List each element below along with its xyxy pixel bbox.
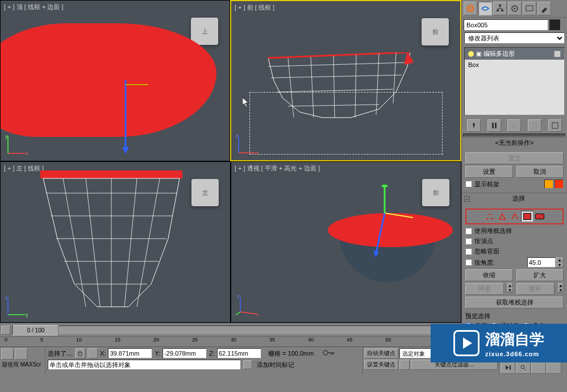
- move-gizmo-persp[interactable]: [373, 185, 419, 281]
- lock-selection-icon[interactable]: [75, 348, 85, 358]
- ring-spinner-up[interactable]: ▲: [507, 283, 513, 287]
- mesh-front-wire[interactable]: [265, 52, 413, 120]
- cancel-button[interactable]: 取消: [516, 166, 564, 178]
- ring-spinner-down[interactable]: ▼: [507, 287, 513, 292]
- get-stack-sel-button[interactable]: 获取堆栈选择: [465, 297, 564, 308]
- show-end-result-button[interactable]: [487, 119, 501, 132]
- prompt-field[interactable]: [48, 360, 241, 370]
- modifier-subobj-icon[interactable]: [554, 51, 561, 57]
- zoom-icon[interactable]: [516, 361, 531, 374]
- lightbulb-icon[interactable]: [468, 51, 474, 57]
- time-slider[interactable]: 0 / 100: [12, 326, 449, 335]
- object-color-swatch[interactable]: [549, 19, 561, 31]
- cursor-icon: [243, 98, 249, 107]
- svg-line-25: [236, 312, 240, 316]
- svg-text:y: y: [26, 312, 28, 318]
- viewport-top-canvas[interactable]: [1, 1, 230, 161]
- vertex-level-icon[interactable]: [483, 211, 496, 222]
- mesh-left-wire[interactable]: [40, 170, 182, 312]
- utilities-tab-icon[interactable]: [537, 2, 551, 15]
- loop-button[interactable]: 循环: [516, 283, 555, 295]
- display-tab-icon[interactable]: [523, 2, 536, 15]
- viewport-front-canvas[interactable]: [231, 1, 460, 160]
- svg-text:z: z: [237, 295, 240, 299]
- viewport-top[interactable]: [ + ] 顶 [ 线框 + 边面 ] 上 x y: [0, 0, 230, 161]
- svg-rect-40: [526, 6, 533, 11]
- polygon-level-icon[interactable]: [521, 211, 533, 222]
- x-coord-field[interactable]: [108, 348, 152, 358]
- viewport-left[interactable]: [ + ] 左 [ 线框 ] 左 y z: [0, 161, 231, 323]
- by-angle-field[interactable]: [527, 257, 556, 268]
- modifier-box[interactable]: Box: [465, 60, 564, 70]
- maxscript-mini-button[interactable]: [1, 348, 14, 360]
- border-level-icon[interactable]: [508, 211, 521, 222]
- use-stack-sel-checkbox[interactable]: [465, 228, 472, 235]
- show-cage-checkbox[interactable]: [465, 181, 472, 187]
- remove-modifier-button[interactable]: [528, 119, 541, 132]
- isolate-button[interactable]: [87, 348, 98, 358]
- setkey-button[interactable]: 设置关键点: [364, 360, 398, 370]
- viewport-front[interactable]: [ + ] 前 [ 线框 ] 前: [230, 0, 461, 161]
- listener-mini-button[interactable]: [15, 348, 27, 360]
- commit-button[interactable]: 提交: [465, 152, 564, 164]
- element-level-icon[interactable]: [533, 211, 546, 222]
- prompt-lock-icon[interactable]: [243, 360, 252, 369]
- spinner-down[interactable]: ▼: [556, 262, 564, 268]
- hierarchy-tab-icon[interactable]: [493, 2, 507, 15]
- edge-level-icon[interactable]: [496, 211, 508, 222]
- cage-color-2[interactable]: [555, 180, 564, 189]
- rollout-collapse-icon[interactable]: -: [464, 196, 470, 202]
- mesh-perspective[interactable]: [322, 213, 458, 287]
- cage-color-1[interactable]: [544, 180, 553, 189]
- settings-button[interactable]: 设置: [465, 166, 513, 178]
- timeline-prev-button[interactable]: [1, 326, 10, 335]
- show-cage-label: 显示框架: [474, 180, 499, 189]
- modify-tab-icon[interactable]: [478, 2, 492, 15]
- y-coord-field[interactable]: [162, 348, 207, 358]
- goto-end-icon[interactable]: [501, 361, 515, 374]
- by-vertex-checkbox[interactable]: [465, 238, 472, 245]
- watermark-play-icon: [453, 330, 480, 356]
- loop-spinner-down[interactable]: ▼: [558, 287, 564, 292]
- key-icon[interactable]: [323, 349, 335, 358]
- svg-text:z: z: [236, 133, 239, 139]
- create-tab-icon[interactable]: [464, 2, 477, 15]
- make-unique-button[interactable]: [507, 119, 521, 132]
- modifier-list-dropdown[interactable]: 修改器列表: [464, 32, 565, 44]
- key-mode-icon[interactable]: [399, 360, 410, 370]
- viewport-perspective[interactable]: [ + ] 透视 [ 平滑 + 高光 + 边面 ] 前: [231, 161, 461, 323]
- current-op-label: <无当前操作>: [462, 137, 567, 148]
- pin-stack-button[interactable]: [467, 119, 481, 132]
- z-coord-field[interactable]: [217, 348, 261, 358]
- selected-count-label: 选择了…: [48, 349, 73, 358]
- time-slider-thumb[interactable]: 0 / 100: [13, 325, 59, 336]
- pan-icon[interactable]: [547, 361, 561, 374]
- autokey-button[interactable]: 自动关键点: [364, 348, 398, 358]
- modifier-stack[interactable]: ▣ 编辑多边形 Box: [464, 47, 565, 115]
- welcome-label: 迎使用 MAXScr: [0, 361, 45, 369]
- ring-button[interactable]: 环形: [465, 283, 504, 295]
- selection-rollout-header[interactable]: - 选择: [462, 193, 567, 204]
- grow-button[interactable]: 扩大: [516, 269, 564, 281]
- viewport-perspective-canvas[interactable]: [231, 162, 461, 322]
- shrink-button[interactable]: 收缩: [465, 269, 513, 281]
- motion-tab-icon[interactable]: [508, 2, 522, 15]
- by-angle-checkbox[interactable]: [465, 259, 472, 266]
- viewport-left-canvas[interactable]: [1, 162, 230, 322]
- configure-sets-button[interactable]: [548, 119, 562, 132]
- mesh-top-face[interactable]: [0, 23, 216, 137]
- svg-line-23: [240, 312, 257, 314]
- add-time-tag-label[interactable]: 添加时间标记: [257, 361, 294, 369]
- object-name-field[interactable]: [464, 19, 548, 31]
- ignore-backfacing-checkbox[interactable]: [465, 248, 472, 255]
- timeline[interactable]: 0 / 100: [0, 323, 461, 336]
- zoom-extents-icon[interactable]: [531, 361, 546, 374]
- expand-icon[interactable]: ▣: [476, 51, 481, 57]
- command-panel: 修改器列表 ▣ 编辑多边形 Box <无当前操作> 提交: [461, 0, 567, 347]
- spinner-up[interactable]: ▲: [556, 257, 564, 262]
- svg-rect-13: [40, 170, 182, 178]
- subobject-level-toolbar: [465, 208, 564, 224]
- loop-spinner-up[interactable]: ▲: [558, 283, 564, 287]
- modifier-edit-poly[interactable]: ▣ 编辑多边形: [465, 48, 564, 60]
- move-gizmo[interactable]: [114, 80, 148, 160]
